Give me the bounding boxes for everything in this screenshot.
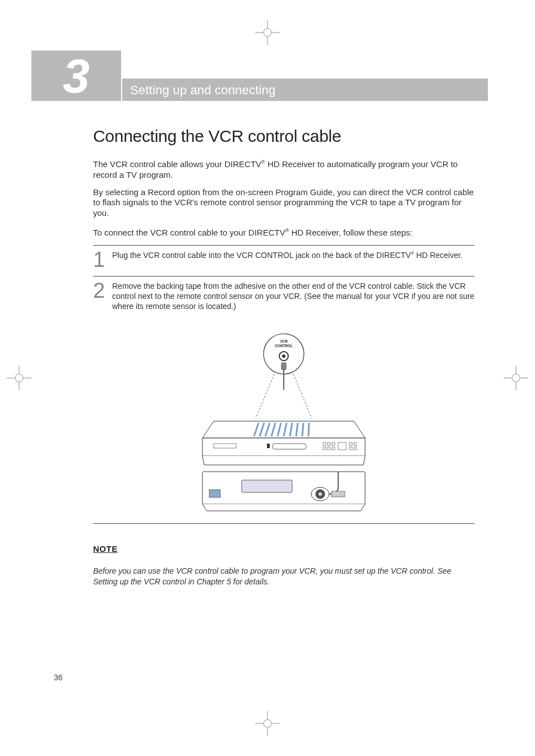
svg-text:CONTROL: CONTROL	[275, 344, 293, 348]
svg-line-37	[302, 423, 303, 436]
crop-mark-bottom	[255, 711, 280, 736]
diagram-container: VCR CONTROL	[93, 317, 474, 524]
svg-point-19	[512, 374, 520, 382]
svg-line-38	[308, 423, 309, 436]
page-number: 36	[54, 673, 63, 682]
svg-rect-40	[214, 444, 236, 448]
svg-rect-41	[267, 444, 270, 448]
reg-mark: ®	[261, 159, 265, 165]
svg-point-9	[264, 720, 271, 727]
intro-paragraph-3: To connect the VCR control cable to your…	[93, 228, 474, 238]
step-number: 1	[93, 249, 112, 270]
svg-rect-25	[282, 363, 286, 370]
step-1-text: Plug the VCR control cable into the VCR …	[112, 250, 474, 260]
step-1a: Plug the VCR control cable into the VCR …	[112, 251, 411, 260]
chapter-title: Setting up and connecting	[130, 83, 275, 98]
svg-line-28	[293, 374, 312, 418]
step-2: 2 Remove the backing tape from the adhes…	[93, 276, 474, 317]
crop-mark-right	[504, 366, 528, 390]
step-1: 1 Plug the VCR control cable into the VC…	[93, 246, 474, 276]
chapter-number: 3	[63, 52, 90, 100]
vcr-control-diagram: VCR CONTROL	[191, 331, 376, 517]
intro-paragraph-2: By selecting a Record option from the on…	[93, 187, 474, 219]
crop-mark-top	[255, 20, 280, 45]
crop-mark-left	[7, 366, 31, 390]
svg-rect-42	[273, 444, 306, 449]
step-2-text: Remove the backing tape from the adhesiv…	[112, 281, 474, 312]
step-1b: HD Receiver.	[414, 251, 462, 260]
note-heading: NOTE	[93, 544, 474, 554]
intro-3a: To connect the VCR control cable to your…	[93, 228, 285, 237]
svg-point-4	[264, 29, 271, 36]
svg-rect-55	[209, 490, 220, 497]
step-number: 2	[93, 280, 112, 301]
svg-point-59	[319, 492, 322, 496]
svg-line-27	[256, 374, 274, 418]
intro-1a: The VCR control cable allows your DIRECT…	[93, 159, 261, 169]
svg-point-14	[15, 374, 23, 382]
intro-3b: HD Receiver, follow these steps:	[289, 228, 412, 237]
note-body: Before you can use the VCR control cable…	[93, 566, 474, 587]
header-divider	[121, 79, 122, 101]
svg-point-24	[282, 354, 285, 358]
svg-rect-60	[331, 491, 345, 497]
chapter-number-box: 3	[31, 50, 121, 101]
intro-paragraph-1: The VCR control cable allows your DIRECT…	[93, 159, 474, 181]
section-heading: Connecting the VCR control cable	[93, 127, 474, 146]
svg-rect-56	[242, 480, 292, 492]
svg-text:VCR: VCR	[280, 339, 288, 343]
